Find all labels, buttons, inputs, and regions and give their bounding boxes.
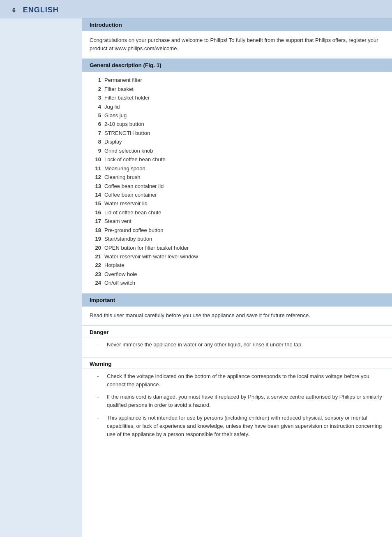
- item-text: Jug lid: [104, 102, 120, 111]
- item-text: Pre-ground coffee button: [104, 226, 164, 234]
- list-item: 16Lid of coffee bean chute: [90, 208, 385, 217]
- left-margin: [0, 19, 82, 537]
- item-number: 11: [90, 164, 101, 173]
- item-number: 12: [90, 173, 101, 181]
- item-text: On/off switch: [104, 278, 135, 287]
- danger-list: -Never immerse the appliance in water or…: [82, 337, 392, 357]
- item-text: Hotplate: [104, 261, 124, 269]
- item-text: Overflow hole: [104, 270, 137, 278]
- item-number: 3: [90, 93, 101, 102]
- bullet-dash: -: [97, 372, 104, 381]
- item-number: 9: [90, 146, 101, 155]
- item-number: 1: [90, 76, 101, 84]
- list-item: 22Hotplate: [90, 261, 385, 269]
- list-item: -This appliance is not intended for use …: [97, 414, 385, 439]
- list-item: 1Permanent filter: [90, 76, 385, 84]
- item-text: Grind selection knob: [104, 146, 153, 155]
- item-text: Coffee bean container lid: [104, 182, 164, 190]
- list-item: 14Coffee bean container: [90, 190, 385, 199]
- list-item: 19Start/standby button: [90, 234, 385, 243]
- item-number: 4: [90, 102, 101, 111]
- introduction-header: Introduction: [82, 19, 392, 31]
- item-number: 24: [90, 278, 101, 287]
- page-language: ENGLISH: [23, 6, 59, 14]
- item-number: 17: [90, 217, 101, 225]
- list-item: 11Measuring spoon: [90, 164, 385, 173]
- list-item: 12Cleaning brush: [90, 173, 385, 181]
- item-number: 13: [90, 182, 101, 190]
- list-item: 18Pre-ground coffee button: [90, 226, 385, 234]
- introduction-content: Congratulations on your purchase and wel…: [82, 31, 392, 59]
- item-text: Lock of coffee bean chute: [104, 155, 166, 164]
- item-number: 10: [90, 155, 101, 164]
- item-text: Lid of coffee bean chute: [104, 208, 161, 217]
- item-text: Glass jug: [104, 111, 127, 120]
- page: 6 ENGLISH Introduction Congratulations o…: [0, 0, 392, 557]
- bullet-dash: -: [97, 393, 104, 401]
- item-number: 15: [90, 199, 101, 208]
- item-number: 18: [90, 226, 101, 234]
- item-number: 21: [90, 252, 101, 261]
- list-item: -If the mains cord is damaged, you must …: [97, 393, 385, 409]
- list-item: 10Lock of coffee bean chute: [90, 155, 385, 164]
- list-item: 4Jug lid: [90, 102, 385, 111]
- list-item: 7STRENGTH button: [90, 129, 385, 137]
- item-text: Coffee bean container: [104, 190, 157, 199]
- list-item: 5Glass jug: [90, 111, 385, 120]
- item-number: 5: [90, 111, 101, 120]
- warning-header: Warning: [82, 357, 392, 369]
- bullet-dash: -: [97, 414, 104, 422]
- item-number: 6: [90, 120, 101, 128]
- item-number: 19: [90, 234, 101, 243]
- danger-header: Danger: [82, 326, 392, 337]
- page-header: 6 ENGLISH: [0, 0, 392, 19]
- item-text: Cleaning brush: [104, 173, 140, 181]
- list-item: -Never immerse the appliance in water or…: [97, 341, 385, 349]
- introduction-text: Congratulations on your purchase and wel…: [90, 36, 385, 53]
- warning-list: -Check if the voltage indicated on the b…: [82, 369, 392, 448]
- list-item: 8Display: [90, 137, 385, 146]
- main-content: Introduction Congratulations on your pur…: [0, 19, 392, 537]
- list-item: 20OPEN button for filter basket holder: [90, 244, 385, 252]
- important-content: Read this user manual carefully before y…: [82, 306, 392, 326]
- item-text: OPEN button for filter basket holder: [104, 244, 189, 252]
- item-text: STRENGTH button: [104, 129, 150, 137]
- list-item: 13Coffee bean container lid: [90, 182, 385, 190]
- item-number: 23: [90, 270, 101, 278]
- list-item: 17Steam vent: [90, 217, 385, 225]
- list-item: -Check if the voltage indicated on the b…: [97, 372, 385, 389]
- list-item: 3Filter basket holder: [90, 93, 385, 102]
- item-number: 8: [90, 137, 101, 146]
- item-number: 14: [90, 190, 101, 199]
- list-item: 24On/off switch: [90, 278, 385, 287]
- list-item: 9Grind selection knob: [90, 146, 385, 155]
- item-text: Water reservoir with water level window: [104, 252, 198, 261]
- item-text: Filter basket: [104, 85, 134, 93]
- item-text: Permanent filter: [104, 76, 142, 84]
- right-content: Introduction Congratulations on your pur…: [82, 19, 392, 537]
- general-description-header: General description (Fig. 1): [82, 59, 392, 72]
- list-item: 2Filter basket: [90, 85, 385, 93]
- item-text: Start/standby button: [104, 234, 152, 243]
- page-number: 6: [12, 7, 16, 14]
- important-header: Important: [82, 294, 392, 306]
- item-text: Filter basket holder: [104, 93, 150, 102]
- list-item: 23Overflow hole: [90, 270, 385, 278]
- warning-item-text: If the mains cord is damaged, you must h…: [107, 393, 385, 409]
- item-text: Water reservoir lid: [104, 199, 148, 208]
- warning-item-text: Check if the voltage indicated on the bo…: [107, 372, 385, 389]
- item-number: 2: [90, 85, 101, 93]
- bullet-dash: -: [97, 341, 104, 349]
- danger-item-text: Never immerse the appliance in water or …: [107, 341, 303, 349]
- item-number: 7: [90, 129, 101, 137]
- item-number: 22: [90, 261, 101, 269]
- item-text: 2-10 cups button: [104, 120, 144, 128]
- list-item: 15Water reservoir lid: [90, 199, 385, 208]
- item-text: Measuring spoon: [104, 164, 145, 173]
- item-text: Display: [104, 137, 122, 146]
- warning-item-text: This appliance is not intended for use b…: [107, 414, 385, 439]
- item-number: 16: [90, 208, 101, 217]
- item-text: Steam vent: [104, 217, 131, 225]
- important-text: Read this user manual carefully before y…: [90, 311, 385, 320]
- item-number: 20: [90, 244, 101, 252]
